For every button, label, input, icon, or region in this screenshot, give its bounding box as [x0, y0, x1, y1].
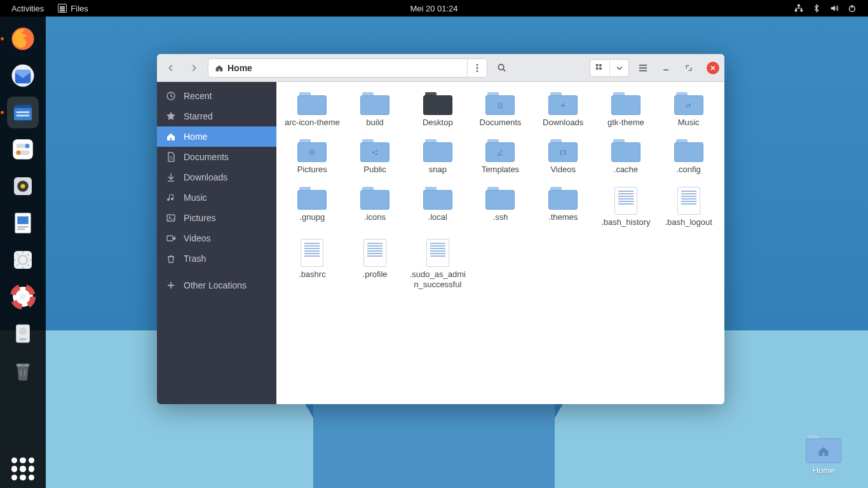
file-item[interactable]: gtk-theme: [595, 88, 657, 134]
file-item[interactable]: .icons: [344, 183, 406, 234]
sidebar-item-recent[interactable]: Recent: [157, 86, 276, 106]
view-options-button[interactable]: [609, 59, 628, 77]
file-item[interactable]: .bashrc: [281, 235, 343, 297]
folder-icon: [806, 435, 841, 463]
svg-point-36: [498, 64, 503, 69]
music-icon: [166, 193, 176, 203]
svg-point-33: [477, 64, 478, 65]
volume-icon[interactable]: [830, 4, 839, 13]
path-bar[interactable]: Home: [208, 58, 487, 78]
svg-point-35: [477, 70, 478, 72]
text-file-icon: [363, 239, 386, 267]
svg-rect-49: [309, 151, 315, 154]
clock[interactable]: Mei 20 01:24: [410, 4, 458, 13]
file-item[interactable]: Public: [344, 135, 406, 181]
dock-help[interactable]: [7, 281, 39, 313]
dock-libreoffice-writer[interactable]: [7, 207, 39, 239]
doc-icon: [166, 152, 176, 162]
file-item[interactable]: .bash_history: [595, 183, 657, 234]
sidebar-item-home[interactable]: Home: [157, 126, 276, 147]
dock-trash[interactable]: [7, 355, 39, 386]
folder-icon: [548, 92, 578, 115]
svg-rect-39: [596, 67, 599, 70]
svg-rect-41: [639, 64, 647, 65]
sidebar-item-pictures[interactable]: Pictures: [157, 208, 276, 228]
file-item[interactable]: .sudo_as_admin_successful: [407, 235, 468, 297]
svg-rect-22: [14, 251, 32, 269]
dock-firefox[interactable]: [7, 23, 39, 55]
file-item[interactable]: .config: [658, 135, 719, 181]
file-item[interactable]: .bash_logout: [658, 183, 719, 234]
dock-rhythmbox[interactable]: [7, 170, 39, 202]
svg-rect-0: [797, 4, 800, 7]
dock-settings-toggle[interactable]: [7, 133, 39, 165]
svg-rect-7: [14, 108, 32, 120]
file-item[interactable]: Desktop: [407, 88, 468, 134]
activities-button[interactable]: Activities: [11, 4, 44, 13]
file-label: arc-icon-theme: [285, 118, 340, 128]
file-item[interactable]: Videos: [532, 135, 594, 181]
path-segment-home[interactable]: Home: [208, 59, 259, 77]
file-label: .themes: [548, 212, 578, 222]
sidebar-item-label: Recent: [184, 91, 212, 101]
svg-rect-19: [17, 217, 29, 224]
bluetooth-icon[interactable]: [812, 4, 821, 13]
file-label: .profile: [363, 269, 388, 280]
top-panel: Activities Files Mei 20 01:24: [0, 0, 868, 17]
search-button[interactable]: [492, 59, 510, 77]
path-menu-button[interactable]: [468, 64, 487, 72]
app-menu-button[interactable]: Files: [58, 4, 88, 13]
desktop-icon-home[interactable]: Home: [798, 435, 849, 475]
hamburger-menu-button[interactable]: [634, 59, 652, 77]
power-icon[interactable]: [848, 4, 857, 13]
close-button[interactable]: [707, 62, 719, 74]
folder-icon: [360, 139, 390, 162]
dock-files[interactable]: [7, 97, 39, 128]
forward-button[interactable]: [185, 59, 203, 77]
dock-system-settings[interactable]: [7, 244, 39, 276]
headerbar: Home: [157, 54, 724, 82]
file-item[interactable]: .ssh: [470, 183, 531, 234]
sidebar-item-starred[interactable]: Starred: [157, 106, 276, 126]
back-button[interactable]: [162, 59, 180, 77]
file-label: Videos: [550, 165, 576, 175]
file-item[interactable]: Music: [658, 88, 719, 134]
file-label: gtk-theme: [607, 118, 644, 128]
dock-disk[interactable]: [7, 318, 39, 349]
file-label: .ssh: [493, 212, 508, 222]
file-item[interactable]: arc-icon-theme: [281, 88, 343, 134]
sidebar-item-label: Other Locations: [184, 280, 247, 290]
file-item[interactable]: .profile: [344, 235, 406, 297]
files-view[interactable]: arc-icon-themebuildDesktopDocumentsDownl…: [276, 82, 724, 404]
icon-view-button[interactable]: [590, 59, 609, 77]
sidebar-item-documents[interactable]: Documents: [157, 147, 276, 167]
file-label: Downloads: [543, 118, 583, 128]
network-icon[interactable]: [794, 4, 803, 13]
down-icon: [166, 172, 176, 182]
sidebar-item-label: Starred: [184, 111, 213, 121]
file-item[interactable]: Templates: [470, 135, 531, 181]
plus-icon: [166, 280, 176, 290]
sidebar-item-trash[interactable]: Trash: [157, 248, 276, 269]
minimize-button[interactable]: [657, 59, 675, 77]
folder-icon: [674, 139, 703, 162]
sidebar-item-other[interactable]: Other Locations: [157, 275, 276, 295]
file-item[interactable]: .cache: [595, 135, 657, 181]
file-item[interactable]: Downloads: [532, 88, 594, 134]
sidebar-item-videos[interactable]: Videos: [157, 228, 276, 248]
text-file-icon: [301, 239, 323, 267]
file-label: Music: [678, 118, 700, 128]
file-item[interactable]: .gnupg: [281, 183, 343, 234]
sidebar-item-downloads[interactable]: Downloads: [157, 167, 276, 187]
maximize-button[interactable]: [680, 59, 698, 77]
file-item[interactable]: build: [344, 88, 406, 134]
file-item[interactable]: snap: [407, 135, 468, 181]
show-applications-button[interactable]: [11, 458, 34, 480]
file-item[interactable]: Documents: [470, 88, 531, 134]
file-item[interactable]: .themes: [532, 183, 594, 234]
dock-thunderbird[interactable]: [7, 60, 39, 92]
file-item[interactable]: Pictures: [281, 135, 343, 181]
file-label: .sudo_as_admin_successful: [408, 269, 467, 290]
file-item[interactable]: .local: [407, 183, 468, 234]
sidebar-item-music[interactable]: Music: [157, 187, 276, 208]
